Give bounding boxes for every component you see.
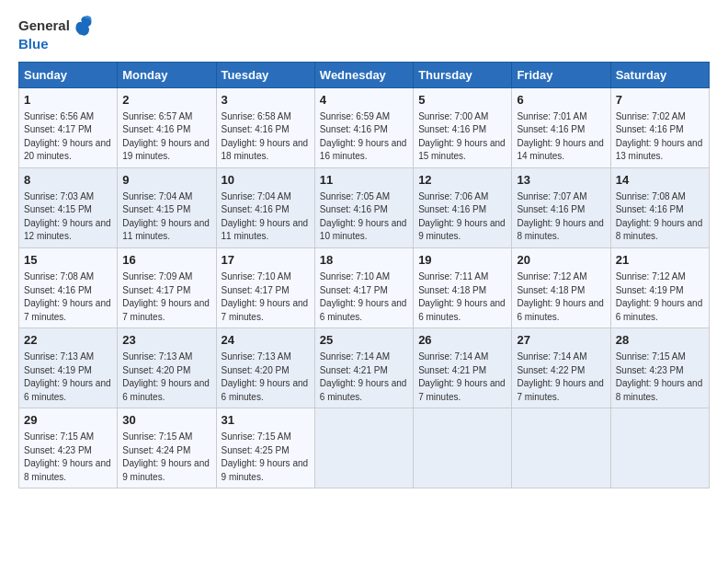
day-info: Sunrise: 7:15 AMSunset: 4:23 PMDaylight:… [24,431,111,482]
day-info: Sunrise: 7:13 AMSunset: 4:20 PMDaylight:… [122,351,210,402]
day-info: Sunrise: 7:12 AMSunset: 4:19 PMDaylight:… [616,271,703,322]
calendar-cell: 18Sunrise: 7:10 AMSunset: 4:17 PMDayligh… [314,247,413,327]
calendar-cell: 16Sunrise: 7:09 AMSunset: 4:17 PMDayligh… [118,247,216,327]
weekday-header-monday: Monday [118,62,216,87]
calendar-cell: 31Sunrise: 7:15 AMSunset: 4:25 PMDayligh… [216,408,314,488]
day-info: Sunrise: 7:02 AMSunset: 4:16 PMDaylight:… [616,111,703,162]
day-info: Sunrise: 7:10 AMSunset: 4:17 PMDaylight:… [320,271,407,322]
day-info: Sunrise: 7:08 AMSunset: 4:16 PMDaylight:… [24,271,111,322]
day-info: Sunrise: 7:12 AMSunset: 4:18 PMDaylight:… [517,271,604,322]
logo: General Blue [18,15,93,52]
day-number: 20 [517,252,605,269]
calendar-cell: 30Sunrise: 7:15 AMSunset: 4:24 PMDayligh… [118,408,216,488]
calendar-cell [414,408,512,488]
calendar-cell [610,408,709,488]
day-number: 1 [24,92,112,109]
day-info: Sunrise: 7:05 AMSunset: 4:16 PMDaylight:… [320,191,407,242]
weekday-header-wednesday: Wednesday [314,62,413,87]
day-number: 27 [517,332,605,349]
day-number: 3 [222,92,310,109]
day-number: 26 [418,332,506,349]
day-number: 13 [517,172,605,189]
day-info: Sunrise: 6:59 AMSunset: 4:16 PMDaylight:… [320,111,407,162]
calendar-cell: 4Sunrise: 6:59 AMSunset: 4:16 PMDaylight… [314,87,413,167]
logo-bird-icon [73,15,93,37]
calendar-cell: 26Sunrise: 7:14 AMSunset: 4:21 PMDayligh… [414,328,512,408]
logo-blue-text: Blue [18,37,93,52]
day-number: 24 [222,332,310,349]
calendar-cell: 20Sunrise: 7:12 AMSunset: 4:18 PMDayligh… [512,247,610,327]
day-number: 4 [320,92,408,109]
day-info: Sunrise: 7:08 AMSunset: 4:16 PMDaylight:… [616,191,703,242]
calendar-cell [314,408,413,488]
day-info: Sunrise: 7:04 AMSunset: 4:15 PMDaylight:… [122,191,210,242]
day-number: 28 [616,332,704,349]
day-number: 16 [122,252,210,269]
week-row-1: 1Sunrise: 6:56 AMSunset: 4:17 PMDaylight… [19,87,710,167]
weekday-header-sunday: Sunday [19,62,118,87]
calendar-cell: 24Sunrise: 7:13 AMSunset: 4:20 PMDayligh… [216,328,314,408]
week-row-4: 22Sunrise: 7:13 AMSunset: 4:19 PMDayligh… [19,328,710,408]
day-info: Sunrise: 7:15 AMSunset: 4:24 PMDaylight:… [122,431,210,482]
week-row-5: 29Sunrise: 7:15 AMSunset: 4:23 PMDayligh… [19,408,710,488]
day-info: Sunrise: 7:13 AMSunset: 4:20 PMDaylight:… [222,351,309,402]
day-number: 30 [122,412,210,429]
day-info: Sunrise: 7:03 AMSunset: 4:15 PMDaylight:… [24,191,111,242]
day-info: Sunrise: 7:14 AMSunset: 4:21 PMDaylight:… [418,351,506,402]
calendar-cell: 3Sunrise: 6:58 AMSunset: 4:16 PMDaylight… [216,87,314,167]
day-number: 21 [616,252,704,269]
weekday-header-friday: Friday [512,62,610,87]
day-number: 8 [24,172,112,189]
header: General Blue [18,15,710,52]
calendar-cell: 28Sunrise: 7:15 AMSunset: 4:23 PMDayligh… [610,328,709,408]
day-info: Sunrise: 7:15 AMSunset: 4:25 PMDaylight:… [222,431,309,482]
calendar-cell: 19Sunrise: 7:11 AMSunset: 4:18 PMDayligh… [414,247,512,327]
day-number: 14 [616,172,704,189]
week-row-3: 15Sunrise: 7:08 AMSunset: 4:16 PMDayligh… [19,247,710,327]
day-number: 31 [222,412,310,429]
day-info: Sunrise: 7:15 AMSunset: 4:23 PMDaylight:… [616,351,703,402]
day-info: Sunrise: 7:06 AMSunset: 4:16 PMDaylight:… [418,191,506,242]
day-info: Sunrise: 7:01 AMSunset: 4:16 PMDaylight:… [517,111,604,162]
calendar-cell: 15Sunrise: 7:08 AMSunset: 4:16 PMDayligh… [19,247,118,327]
day-number: 17 [222,252,310,269]
calendar-cell: 5Sunrise: 7:00 AMSunset: 4:16 PMDaylight… [414,87,512,167]
calendar-cell: 29Sunrise: 7:15 AMSunset: 4:23 PMDayligh… [19,408,118,488]
day-number: 19 [418,252,506,269]
calendar-cell: 17Sunrise: 7:10 AMSunset: 4:17 PMDayligh… [216,247,314,327]
day-info: Sunrise: 7:00 AMSunset: 4:16 PMDaylight:… [418,111,506,162]
day-number: 18 [320,252,408,269]
weekday-header-thursday: Thursday [414,62,512,87]
day-number: 12 [418,172,506,189]
logo-general: General [18,17,70,33]
day-number: 6 [517,92,605,109]
calendar-cell: 25Sunrise: 7:14 AMSunset: 4:21 PMDayligh… [314,328,413,408]
calendar-cell: 9Sunrise: 7:04 AMSunset: 4:15 PMDaylight… [118,167,216,247]
calendar-cell: 6Sunrise: 7:01 AMSunset: 4:16 PMDaylight… [512,87,610,167]
day-info: Sunrise: 6:58 AMSunset: 4:16 PMDaylight:… [222,111,309,162]
day-number: 9 [122,172,210,189]
calendar-cell: 21Sunrise: 7:12 AMSunset: 4:19 PMDayligh… [610,247,709,327]
logo-content: General Blue [18,15,93,52]
calendar-cell: 27Sunrise: 7:14 AMSunset: 4:22 PMDayligh… [512,328,610,408]
calendar-cell: 13Sunrise: 7:07 AMSunset: 4:16 PMDayligh… [512,167,610,247]
day-info: Sunrise: 7:11 AMSunset: 4:18 PMDaylight:… [418,271,506,322]
day-number: 5 [418,92,506,109]
day-number: 15 [24,252,112,269]
week-row-2: 8Sunrise: 7:03 AMSunset: 4:15 PMDaylight… [19,167,710,247]
weekday-header-tuesday: Tuesday [216,62,314,87]
calendar-cell: 1Sunrise: 6:56 AMSunset: 4:17 PMDaylight… [19,87,118,167]
day-info: Sunrise: 7:09 AMSunset: 4:17 PMDaylight:… [122,271,210,322]
day-number: 22 [24,332,112,349]
day-info: Sunrise: 6:56 AMSunset: 4:17 PMDaylight:… [24,111,111,162]
day-number: 10 [222,172,310,189]
day-number: 23 [122,332,210,349]
calendar-cell: 22Sunrise: 7:13 AMSunset: 4:19 PMDayligh… [19,328,118,408]
day-number: 29 [24,412,112,429]
calendar-cell: 23Sunrise: 7:13 AMSunset: 4:20 PMDayligh… [118,328,216,408]
weekday-header-saturday: Saturday [610,62,709,87]
day-info: Sunrise: 7:04 AMSunset: 4:16 PMDaylight:… [222,191,309,242]
calendar-cell: 8Sunrise: 7:03 AMSunset: 4:15 PMDaylight… [19,167,118,247]
calendar-cell: 2Sunrise: 6:57 AMSunset: 4:16 PMDaylight… [118,87,216,167]
page-container: General Blue SundayMondayTuesdayWednesda… [0,0,728,498]
